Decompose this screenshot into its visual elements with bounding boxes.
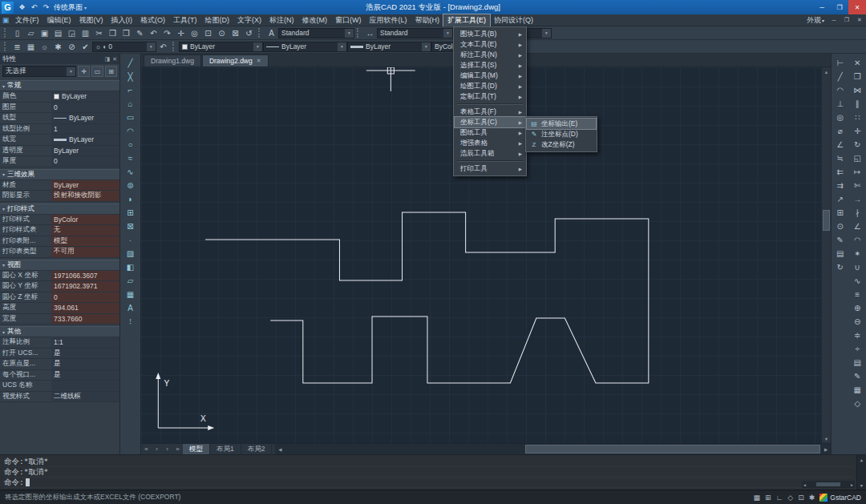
blend-icon[interactable]: ∿	[850, 274, 864, 287]
align-icon[interactable]: ≡	[850, 288, 864, 300]
center-mark-icon[interactable]: ⊙	[833, 220, 848, 232]
zoom-previous-icon[interactable]: ⊙	[215, 27, 229, 39]
quick-select-icon[interactable]: ⊞	[105, 66, 117, 77]
document-tab[interactable]: Drawing1.dwg	[144, 54, 201, 67]
chevron-down-icon[interactable]: ▾	[443, 29, 452, 38]
drawing-polyline[interactable]	[205, 212, 649, 383]
mtext-icon[interactable]: A	[123, 301, 138, 314]
rectangle-icon[interactable]: ▭	[123, 111, 138, 123]
ext-menu-item[interactable]: 标注工具(N)▶	[455, 50, 525, 60]
scroll-up-icon[interactable]: ▲	[822, 67, 831, 76]
menu-item-修改(M)[interactable]: 修改(M)	[298, 14, 332, 26]
fillet-icon[interactable]: ◠	[850, 233, 864, 246]
divide-icon[interactable]: ÷	[850, 342, 864, 355]
section-header[interactable]: ▾三维效果	[0, 169, 119, 180]
property-value[interactable]: 1	[51, 124, 119, 135]
document-tab[interactable]: Drawing2.dwg✕	[202, 54, 269, 67]
close-icon[interactable]: ✕	[112, 56, 117, 62]
mirror-icon[interactable]: ⋈	[850, 83, 864, 96]
property-value[interactable]: 1:1	[51, 337, 119, 348]
array-icon[interactable]: ∷	[850, 111, 864, 123]
close-icon[interactable]: ✕	[848, 0, 866, 14]
menu-item-工具(T)[interactable]: 工具(T)	[169, 14, 201, 26]
prev-tab-icon[interactable]: ‹	[152, 444, 162, 454]
select-objects-icon[interactable]: ▭	[91, 66, 103, 77]
ext-menu-item[interactable]: 增强表格▶	[455, 138, 525, 148]
menu-item-插入(I)[interactable]: 插入(I)	[107, 14, 137, 26]
ext-menu-item[interactable]: 图纸工具▶	[455, 127, 525, 138]
property-value[interactable]: 不可用	[51, 247, 119, 257]
lineweight-combo[interactable]: ByLayer ▾	[347, 42, 431, 52]
chevron-down-icon[interactable]: ▾	[147, 42, 156, 51]
layout-tab-布局1[interactable]: 布局1	[210, 444, 241, 454]
scroll-down-icon[interactable]: ▼	[822, 434, 831, 443]
menu-item-文件(F)[interactable]: 文件(F)	[11, 14, 43, 26]
hatch-icon[interactable]: ▨	[123, 247, 138, 260]
next-tab-icon[interactable]: ›	[162, 444, 172, 454]
dimension-update-icon[interactable]: ↻	[833, 260, 848, 273]
ungroup-icon[interactable]: ⊖	[850, 315, 864, 328]
aligned-dimension-icon[interactable]: ╱	[833, 70, 848, 83]
property-value[interactable]: ByColor	[51, 215, 119, 225]
layout-tab-模型[interactable]: 模型	[183, 444, 210, 454]
ext-menu-item[interactable]: 浩辰工具箱▶	[455, 148, 525, 159]
zoom-realtime-icon[interactable]: ◎	[188, 27, 201, 39]
property-value[interactable]: 模型	[51, 236, 119, 247]
zoom-window-icon[interactable]: ⊡	[201, 27, 215, 39]
ext-menu-item[interactable]: 图块工具(B)▶	[455, 29, 525, 39]
dock-icon[interactable]: ◨	[105, 56, 111, 62]
property-value[interactable]: ByLayer	[51, 113, 119, 123]
layer-properties-icon[interactable]: ≣	[10, 41, 24, 53]
tolerance-icon[interactable]: ⊞	[833, 206, 848, 219]
chevron-down-icon[interactable]: ▾	[345, 29, 354, 38]
section-header[interactable]: ▾常规	[0, 80, 119, 91]
ext-menu-item[interactable]: 选择工具(S)▶	[455, 60, 525, 71]
more-tools-icon[interactable]: ⁝	[123, 315, 138, 328]
paste-icon[interactable]: ❒	[119, 27, 133, 39]
command-horizontal-scrollbar[interactable]: ◀ ▶	[802, 481, 855, 488]
grid-icon[interactable]: ⊞	[765, 494, 771, 502]
horizontal-scroll-thumb[interactable]	[525, 445, 820, 454]
property-value[interactable]: 0	[51, 103, 119, 113]
offset-icon[interactable]: ∥	[850, 97, 864, 110]
clean-screen-icon[interactable]: ⊡	[798, 494, 804, 502]
command-line[interactable]: 命令:	[4, 478, 853, 488]
minimize-icon[interactable]: ─	[828, 14, 840, 26]
layer-on-icon[interactable]: ☼	[38, 41, 51, 53]
menu-item-协同设计(Q)[interactable]: 协同设计(Q)	[490, 14, 537, 26]
dim-style-icon[interactable]: ↔	[363, 27, 377, 39]
menu-item-绘图(D)[interactable]: 绘图(D)	[201, 14, 234, 26]
plot-preview-icon[interactable]: ◲	[65, 27, 79, 39]
appearance-menu[interactable]: 外观	[807, 15, 821, 26]
zoom-extents-icon[interactable]: ⊠	[229, 27, 242, 39]
menu-item-帮助(H)[interactable]: 帮助(H)	[411, 14, 444, 26]
menu-item-编辑(E)[interactable]: 编辑(E)	[43, 14, 75, 26]
property-value[interactable]	[51, 381, 119, 391]
property-value[interactable]: 0	[51, 156, 119, 167]
submenu-item[interactable]: ✎注坐标点(D)	[527, 129, 596, 139]
publish-icon[interactable]: ▥	[79, 27, 92, 39]
make-block-icon[interactable]: ⊠	[123, 220, 138, 232]
baseline-dimension-icon[interactable]: ⇇	[833, 165, 848, 178]
command-line-panel[interactable]: 命令:*取消*命令:*取消*命令: ▲ ▼ ◀ ▶	[0, 454, 866, 490]
toolbar-grip[interactable]	[357, 28, 361, 38]
menu-item-扩展工具(E)[interactable]: 扩展工具(E)	[443, 14, 490, 26]
workspace-label[interactable]: 传统界面	[54, 2, 83, 13]
command-hscroll-thumb[interactable]	[816, 482, 840, 486]
osnap-icon[interactable]: ◇	[787, 494, 793, 502]
menu-item-文字(X)[interactable]: 文字(X)	[233, 14, 265, 26]
close-icon[interactable]: ✕	[257, 58, 261, 64]
region-icon[interactable]: ▱	[123, 274, 138, 287]
move-icon[interactable]: ✛	[850, 124, 864, 137]
properties-panel-header[interactable]: 特性 ◨✕	[0, 54, 119, 64]
spline-icon[interactable]: ∿	[123, 165, 138, 178]
property-value[interactable]: 二维线框	[51, 392, 119, 402]
copy-clip-icon[interactable]: ❐	[106, 27, 119, 39]
arc-length-icon[interactable]: ◠	[833, 83, 848, 96]
trim-icon[interactable]: ✄	[850, 179, 864, 192]
object-properties-icon[interactable]: ▤	[850, 356, 864, 369]
ellipse-arc-icon[interactable]: ◗	[123, 192, 138, 205]
layer-combo[interactable]: ☼◐ 0 ▾	[92, 42, 156, 52]
property-value[interactable]: 394.061	[51, 303, 119, 313]
property-value[interactable]: ByLayer	[51, 146, 119, 156]
